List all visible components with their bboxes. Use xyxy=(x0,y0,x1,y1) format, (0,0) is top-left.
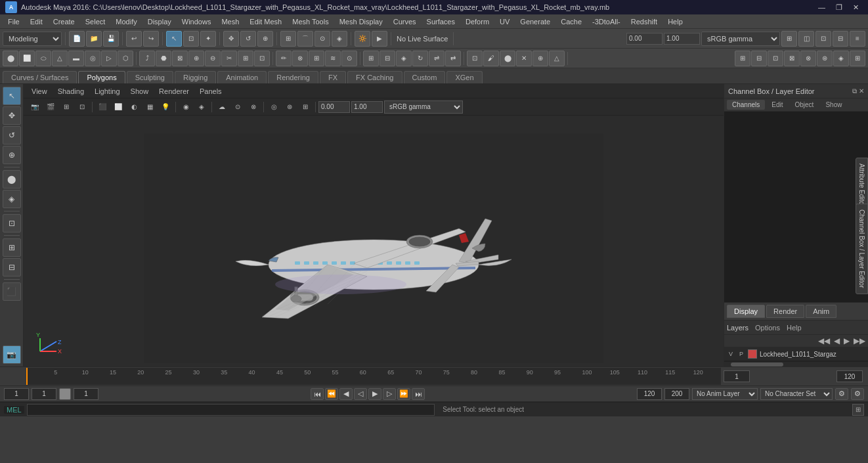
right-icon-3[interactable]: ⊡ xyxy=(768,51,783,66)
range-start-input[interactable] xyxy=(724,370,750,382)
menu-display[interactable]: Display xyxy=(142,16,177,27)
menu-mesh-tools[interactable]: Mesh Tools xyxy=(287,16,334,27)
layers-nav-first[interactable]: ◀◀ xyxy=(818,336,830,345)
current-frame-input[interactable]: 1 xyxy=(32,388,56,400)
offset-button[interactable]: ⊡ xyxy=(254,51,270,66)
layer-item[interactable]: V P Lockheed_L1011_Stargaz xyxy=(724,347,868,361)
layers-help-menu[interactable]: Help xyxy=(784,324,804,332)
show-manip-left[interactable]: ⊞ xyxy=(3,238,21,257)
go-to-end-button[interactable]: ⏭ xyxy=(412,388,425,400)
play-forward-button[interactable]: ▶ xyxy=(368,388,381,400)
soft-mod-left[interactable]: ◈ xyxy=(3,190,21,208)
slide-button[interactable]: ⊟ xyxy=(380,51,395,66)
flip-button[interactable]: ⇌ xyxy=(429,51,445,66)
vt-ao[interactable]: ⊙ xyxy=(230,100,245,114)
cube-button[interactable]: ⬜ xyxy=(19,51,35,66)
spin-button[interactable]: ↻ xyxy=(412,51,428,66)
toolbar-icon-1[interactable]: ⊞ xyxy=(781,31,797,47)
snap-curve-button[interactable]: ⌒ xyxy=(297,31,313,47)
anim-tab[interactable]: Anim xyxy=(806,305,836,318)
workspace-selector[interactable]: Modeling xyxy=(3,32,62,46)
vt-isolate[interactable]: ◉ xyxy=(179,100,193,114)
toolbar-icon-5[interactable]: ≡ xyxy=(850,31,865,47)
connect-button[interactable]: ⊞ xyxy=(309,51,324,66)
play-back-button[interactable]: ◁ xyxy=(354,388,367,400)
start-frame-input[interactable]: 1 xyxy=(4,388,29,400)
prev-key-button[interactable]: ⏪ xyxy=(325,388,338,400)
toolbar-icon-2[interactable]: ◫ xyxy=(798,31,814,47)
menu-file[interactable]: File xyxy=(3,16,25,27)
layers-nav-next[interactable]: ▶ xyxy=(844,336,850,345)
layers-options-menu[interactable]: Options xyxy=(752,324,783,332)
end-frame-input[interactable]: 120 xyxy=(637,388,662,400)
tab-rendering[interactable]: Rendering xyxy=(268,71,318,83)
lighting-menu[interactable]: Lighting xyxy=(89,86,125,97)
menu-mesh-display[interactable]: Mesh Display xyxy=(334,16,388,27)
toolbar-icon-3[interactable]: ⊡ xyxy=(815,31,831,47)
vt-num-input2[interactable] xyxy=(351,101,383,113)
bridge-button[interactable]: ⊠ xyxy=(172,51,188,66)
paint-tool-left[interactable]: ⬤ xyxy=(3,170,21,188)
layer-color-swatch[interactable] xyxy=(748,349,757,359)
paint-button[interactable]: 🖌 xyxy=(483,51,499,66)
prism-button[interactable]: ▷ xyxy=(101,51,117,66)
torus-button[interactable]: ◎ xyxy=(85,51,100,66)
select-similar-button[interactable]: ⊡ xyxy=(467,51,483,66)
menu-3dtool[interactable]: -3DtoAll- xyxy=(587,16,626,27)
next-key-button[interactable]: ⏩ xyxy=(397,388,410,400)
vt-camera[interactable]: 📷 xyxy=(28,100,42,114)
layers-nav-prev[interactable]: ◀ xyxy=(834,336,840,345)
right-icon-7[interactable]: ◈ xyxy=(833,51,849,66)
vt-film[interactable]: 🎬 xyxy=(43,100,58,114)
panels-menu[interactable]: Panels xyxy=(194,86,227,97)
menu-uv[interactable]: UV xyxy=(494,16,515,27)
tab-rigging[interactable]: Rigging xyxy=(175,71,216,83)
pen-tool-button[interactable]: ✏ xyxy=(276,51,292,66)
show-tab[interactable]: Show xyxy=(820,100,847,110)
show-menu[interactable]: Show xyxy=(125,86,154,97)
gamma-select[interactable]: sRGB gamma xyxy=(701,32,780,46)
cylinder-button[interactable]: ⬭ xyxy=(35,51,51,66)
channels-tab[interactable]: Channels xyxy=(727,100,765,110)
menu-create[interactable]: Create xyxy=(48,16,80,27)
delete-edge-button[interactable]: ✕ xyxy=(516,51,532,66)
step-back-button[interactable]: ◀ xyxy=(339,388,353,400)
last-tool-left[interactable]: ⊟ xyxy=(3,258,21,276)
rotate-tool-left[interactable]: ↺ xyxy=(3,126,21,144)
reduce-button[interactable]: △ xyxy=(549,51,565,66)
select-tool-left[interactable]: ↖ xyxy=(3,87,21,105)
panel-close-button[interactable]: ✕ xyxy=(859,87,864,95)
vt-btn-more1[interactable]: ◎ xyxy=(267,100,281,114)
object-tab[interactable]: Object xyxy=(790,100,819,110)
menu-redshift[interactable]: Redshift xyxy=(626,16,662,27)
bevel-button[interactable]: ⬣ xyxy=(156,51,171,66)
right-icon-4[interactable]: ⊠ xyxy=(784,51,800,66)
right-icon-8[interactable]: ⊞ xyxy=(850,51,865,66)
color-box-btn[interactable] xyxy=(59,388,71,400)
menu-modify[interactable]: Modify xyxy=(110,16,142,27)
layers-scrollbar[interactable] xyxy=(724,361,868,366)
lasso-tool-button[interactable]: ⊡ xyxy=(183,31,199,47)
shading-menu[interactable]: Shading xyxy=(53,86,89,97)
step-forward-button[interactable]: ▷ xyxy=(383,388,396,400)
range-end-input[interactable] xyxy=(836,370,863,382)
layer-visibility[interactable]: V xyxy=(727,351,735,357)
tab-xgen[interactable]: XGen xyxy=(446,71,482,83)
right-icon-6[interactable]: ⊛ xyxy=(817,51,833,66)
tab-sculpting[interactable]: Sculpting xyxy=(127,71,173,83)
menu-edit[interactable]: Edit xyxy=(25,16,48,27)
char-pref-button[interactable]: ⚙ xyxy=(851,388,864,400)
vt-color-select[interactable]: sRGB gamma xyxy=(384,100,463,114)
redo-button[interactable]: ↪ xyxy=(143,31,159,47)
sculpt-button[interactable]: ⬤ xyxy=(500,51,515,66)
menu-generate[interactable]: Generate xyxy=(515,16,555,27)
right-icon-5[interactable]: ⊗ xyxy=(800,51,816,66)
channel-box-side-tab[interactable]: Channel Box / Layer Editor xyxy=(856,204,868,294)
max-frame-input[interactable]: 200 xyxy=(664,388,689,400)
split-button[interactable]: ⊖ xyxy=(205,51,221,66)
cut-button[interactable]: ✂ xyxy=(221,51,237,66)
move-tool-left[interactable]: ✥ xyxy=(3,106,21,125)
transform-comp-button[interactable]: ⊞ xyxy=(363,51,379,66)
minimize-button[interactable]: — xyxy=(814,3,829,12)
multi-cut-button[interactable]: ⊗ xyxy=(292,51,308,66)
